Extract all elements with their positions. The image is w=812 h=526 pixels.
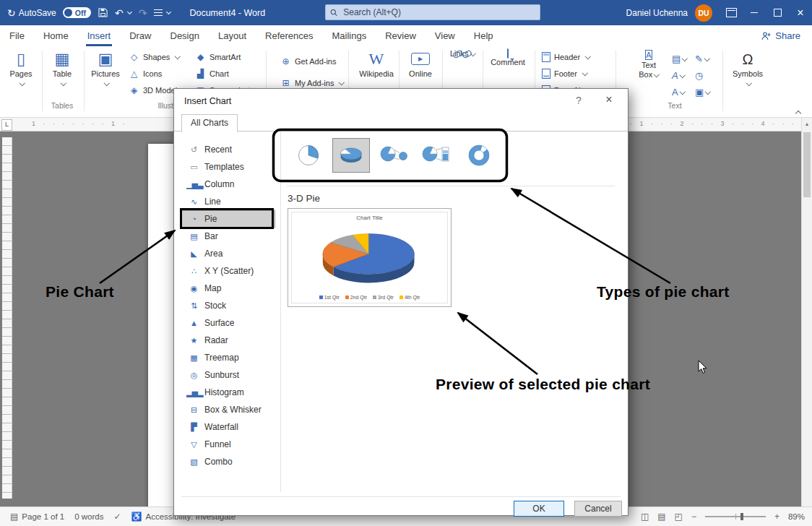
chart-category-stock[interactable]: ⇅Stock bbox=[181, 297, 275, 314]
my-add-ins-button[interactable]: ⊞ My Add-ins bbox=[280, 78, 344, 88]
scrollbar-thumb[interactable] bbox=[803, 132, 811, 197]
chart-category-bar[interactable]: ▤Bar bbox=[181, 228, 275, 245]
tab-draw[interactable]: Draw bbox=[120, 25, 160, 46]
comment-button[interactable]: Comment bbox=[487, 49, 529, 67]
chart-category-scatter[interactable]: ∴X Y (Scatter) bbox=[181, 262, 275, 280]
chart-category-map[interactable]: ◉Map bbox=[181, 280, 275, 297]
chart-category-combo[interactable]: ▧Combo bbox=[181, 453, 275, 470]
user-name[interactable]: Daniel Uchenna bbox=[626, 8, 688, 18]
tab-help[interactable]: Help bbox=[465, 25, 503, 46]
save-button[interactable] bbox=[98, 8, 108, 17]
subtype-3d-pie[interactable] bbox=[332, 138, 370, 173]
autosave-control[interactable]: ↻ AutoSave Off bbox=[7, 7, 91, 18]
object-button[interactable]: ▣ bbox=[695, 87, 710, 98]
wikipedia-button[interactable]: W Wikipedia bbox=[355, 49, 397, 79]
tab-home[interactable]: Home bbox=[34, 25, 78, 46]
zoom-level[interactable]: 89% bbox=[788, 512, 805, 521]
table-button[interactable]: ▦ Table bbox=[45, 49, 79, 87]
subtype-bar-of-pie[interactable] bbox=[418, 138, 455, 173]
chart-category-area[interactable]: ◣Area bbox=[181, 245, 275, 262]
chart-category-sunburst[interactable]: ◎Sunburst bbox=[181, 366, 275, 384]
date-time-button[interactable]: ◷ bbox=[695, 70, 703, 81]
zoom-in-button[interactable]: + bbox=[774, 512, 779, 522]
footer-button[interactable]: Footer bbox=[542, 69, 587, 79]
web-layout-button[interactable]: ◰ bbox=[675, 512, 683, 522]
chart-category-histogram[interactable]: ▂▅▂Histogram bbox=[181, 384, 275, 401]
dialog-help-button[interactable]: ? bbox=[571, 95, 586, 106]
chart-category-treemap[interactable]: ▦Treemap bbox=[181, 349, 275, 366]
chart-category-line[interactable]: ∿Line bbox=[181, 193, 275, 210]
tab-design[interactable]: Design bbox=[161, 25, 209, 46]
pages-button[interactable]: ▯ Pages bbox=[4, 49, 38, 87]
zoom-slider[interactable] bbox=[705, 516, 766, 517]
subtype-pie-of-pie[interactable] bbox=[375, 138, 413, 173]
chevron-down-icon bbox=[746, 80, 752, 86]
chart-category-column[interactable]: ▁▅▃Column bbox=[181, 176, 275, 193]
collapse-ribbon-button[interactable] bbox=[796, 105, 800, 118]
zoom-out-button[interactable]: − bbox=[691, 512, 696, 522]
chart-category-radar[interactable]: ★Radar bbox=[181, 332, 275, 349]
minimize-button[interactable] bbox=[743, 0, 766, 25]
undo-button[interactable]: ↶ bbox=[115, 8, 131, 18]
chart-category-templates[interactable]: ▭Templates bbox=[181, 158, 275, 176]
chart-category-surface[interactable]: ▲Surface bbox=[181, 314, 275, 332]
zoom-slider-thumb[interactable] bbox=[740, 513, 743, 520]
chart-category-pie[interactable]: ◔Pie bbox=[181, 210, 275, 228]
ok-button[interactable]: OK bbox=[514, 501, 564, 517]
drop-cap-button[interactable]: A bbox=[672, 87, 684, 98]
cancel-button[interactable]: Cancel bbox=[574, 501, 622, 517]
text-box-button[interactable]: A Text Box bbox=[631, 49, 666, 79]
search-box[interactable] bbox=[325, 4, 540, 20]
subtype-pie[interactable] bbox=[290, 138, 327, 173]
get-add-ins-button[interactable]: ⊕ Get Add-ins bbox=[280, 56, 336, 66]
chart-category-recent[interactable]: ↺Recent bbox=[181, 141, 275, 158]
chart-category-box-whisker[interactable]: ⊟Box & Whisker bbox=[181, 401, 275, 418]
close-window-button[interactable]: × bbox=[789, 0, 812, 25]
wordart-button[interactable]: A bbox=[672, 70, 684, 81]
online-video-button[interactable]: ▶ Online bbox=[402, 49, 439, 79]
chart-button[interactable]: ▟ Chart bbox=[195, 69, 229, 79]
pictures-button[interactable]: ▣ Pictures bbox=[87, 49, 124, 87]
signature-line-button[interactable]: ✎ bbox=[695, 53, 709, 64]
shapes-button[interactable]: ◇ Shapes bbox=[129, 52, 180, 62]
maximize-button[interactable] bbox=[766, 0, 789, 25]
icons-button[interactable]: △ Icons bbox=[129, 69, 162, 79]
footer-label: Footer bbox=[554, 69, 577, 78]
dialog-close-button[interactable]: × bbox=[597, 92, 621, 108]
tab-review[interactable]: Review bbox=[376, 25, 426, 46]
word-count-indicator[interactable]: 0 words bbox=[74, 512, 103, 521]
print-layout-button[interactable]: ▤ bbox=[657, 512, 665, 522]
tab-mailings[interactable]: Mailings bbox=[323, 25, 376, 46]
chart-category-waterfall[interactable]: ▛Waterfall bbox=[181, 418, 275, 436]
search-input[interactable] bbox=[342, 7, 535, 18]
header-button[interactable]: Header bbox=[542, 52, 590, 62]
get-add-ins-label: Get Add-ins bbox=[295, 57, 336, 66]
tab-file[interactable]: File bbox=[0, 25, 34, 46]
redo-button[interactable]: ↷ bbox=[139, 8, 147, 18]
scroll-up-icon[interactable]: ▲ bbox=[802, 121, 812, 126]
chart-category-funnel[interactable]: ▽Funnel bbox=[181, 436, 275, 453]
spellcheck-indicator[interactable]: ✓ bbox=[113, 512, 121, 522]
autosave-toggle[interactable]: Off bbox=[63, 7, 91, 18]
vertical-ruler bbox=[2, 137, 12, 499]
customize-qat-button[interactable] bbox=[154, 9, 170, 17]
tab-references[interactable]: References bbox=[256, 25, 322, 46]
vertical-scrollbar[interactable]: ▲ bbox=[801, 118, 812, 506]
ribbon-display-options-button[interactable] bbox=[720, 0, 743, 25]
avatar[interactable]: DU bbox=[695, 4, 712, 22]
subtype-doughnut[interactable] bbox=[460, 138, 498, 173]
share-button[interactable]: Share bbox=[761, 30, 800, 41]
tab-all-charts[interactable]: All Charts bbox=[181, 114, 238, 132]
page-count-indicator[interactable]: ▤ Page 1 of 1 bbox=[10, 512, 64, 522]
links-button[interactable]: Links bbox=[445, 49, 480, 59]
chart-preview-tile[interactable]: Chart Title 1st Qtr 2nd Qtr 3rd Qtr 4th … bbox=[288, 208, 452, 307]
tab-stop-selector[interactable]: L bbox=[1, 119, 12, 131]
tab-view[interactable]: View bbox=[426, 25, 465, 46]
tab-insert[interactable]: Insert bbox=[78, 25, 121, 46]
tab-layout[interactable]: Layout bbox=[209, 25, 256, 46]
read-mode-button[interactable]: ◫ bbox=[641, 512, 649, 522]
symbols-button[interactable]: Ω Symbols bbox=[728, 49, 767, 87]
quick-parts-button[interactable]: ▤ bbox=[672, 53, 687, 64]
smartart-button[interactable]: ◆ SmartArt bbox=[195, 52, 241, 62]
bar-of-pie-subtype-icon bbox=[420, 142, 452, 169]
